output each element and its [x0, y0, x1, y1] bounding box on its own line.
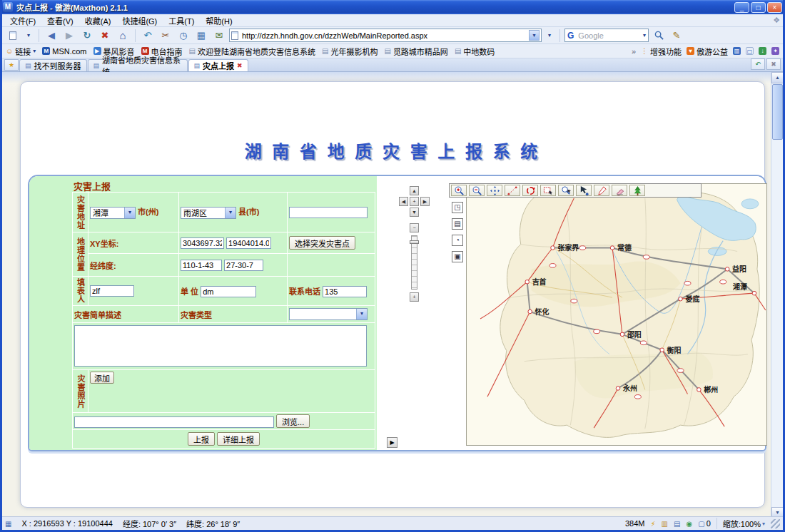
close-button[interactable]: × — [767, 2, 782, 13]
bookmark-links[interactable]: ☺链接▾ — [6, 46, 36, 57]
menu-favorites[interactable]: 收藏(A) — [80, 14, 116, 27]
x-coordinate-input[interactable] — [181, 237, 224, 249]
description-textarea[interactable] — [74, 325, 367, 367]
home-button[interactable]: ⌂ — [115, 29, 131, 43]
popup-blocker-icon[interactable]: ▢ — [698, 520, 704, 528]
go-dropdown-button[interactable]: ▾ — [544, 29, 555, 43]
bookmarks-overflow-button[interactable]: » — [632, 47, 636, 56]
detail-submit-button[interactable]: 详细上报 — [217, 432, 260, 446]
close-tab-icon[interactable]: ✖ — [237, 62, 243, 69]
latitude-input[interactable] — [224, 260, 263, 271]
maxthon-charity-button[interactable]: ♥傲游公益 — [687, 46, 728, 57]
security-shield-icon[interactable]: ◉ — [686, 520, 692, 528]
scrollbar-thumb[interactable] — [772, 84, 783, 140]
measure-distance-button[interactable] — [505, 185, 520, 196]
hunan-map[interactable]: 张家界 常德 益阳 吉首 怀化 娄底 湘潭 邵阳 衡阳 永州 — [466, 183, 767, 446]
chevron-down-icon[interactable] — [225, 208, 236, 218]
bookmark-msn[interactable]: MMSN.com — [42, 47, 86, 56]
pick-disaster-point-button[interactable]: 选择突发灾害点 — [289, 236, 355, 250]
tab-list-button[interactable]: ✖ — [766, 58, 781, 70]
mail-button[interactable]: ✉ — [211, 29, 227, 43]
legend-button[interactable]: ▤ — [452, 218, 463, 230]
reporter-input[interactable] — [90, 285, 134, 297]
minimize-button[interactable]: _ — [734, 2, 749, 13]
eraser-button[interactable] — [612, 185, 627, 196]
new-tab-button[interactable] — [5, 29, 21, 43]
scroll-up-button[interactable]: ▲ — [771, 72, 784, 83]
zoom-slider[interactable] — [411, 235, 417, 290]
zoom-in-button[interactable] — [451, 185, 467, 196]
longitude-input[interactable] — [181, 260, 222, 271]
add-photo-button[interactable]: 添加 — [90, 372, 114, 384]
y-coordinate-input[interactable] — [226, 237, 271, 249]
pan-left-button[interactable]: ◀ — [399, 197, 408, 206]
plugins-icon[interactable]: ✦ — [771, 47, 779, 55]
bookmark-city[interactable]: ▤觅路城市精品网 — [384, 46, 447, 57]
tab-server-not-found[interactable]: ▤找不到服务器 — [19, 59, 87, 71]
panels-button[interactable]: ▦ — [193, 29, 209, 43]
submit-button[interactable]: 上报 — [188, 432, 215, 446]
menu-view[interactable]: 查看(V) — [42, 14, 78, 27]
clear-map-button[interactable]: ◔ — [452, 235, 463, 246]
pan-down-button[interactable]: ▼ — [410, 208, 419, 217]
pan-up-button[interactable]: ▲ — [410, 186, 419, 195]
address-detail-input[interactable] — [289, 207, 368, 218]
forward-button[interactable]: ▶ — [61, 29, 77, 43]
identify-button[interactable] — [576, 185, 592, 196]
enhance-features-button[interactable]: ⋮增强功能 — [641, 46, 682, 57]
overview-map-button[interactable]: ◳ — [452, 202, 463, 213]
favorites-panel-button[interactable]: ★ — [4, 59, 19, 71]
back-button[interactable]: ◀ — [44, 29, 59, 43]
menu-help[interactable]: 帮助(H) — [201, 14, 237, 27]
layers-button[interactable] — [629, 185, 645, 196]
resize-grip[interactable] — [771, 519, 780, 528]
search-input[interactable] — [577, 31, 640, 41]
url-history-dropdown[interactable]: ▾ — [529, 30, 540, 41]
center-map-button[interactable]: + — [410, 197, 419, 206]
sidebar-panel-icon[interactable]: ▥ — [733, 47, 741, 55]
select-rectangle-button[interactable] — [540, 185, 556, 196]
stop-button[interactable]: ✖ — [97, 29, 113, 43]
folder-icon[interactable]: ▥ — [662, 520, 668, 528]
photo-file-input[interactable] — [74, 416, 274, 428]
undo-button[interactable]: ↶ — [140, 29, 156, 43]
zoom-out-button[interactable] — [469, 185, 485, 196]
page-scrollbar[interactable]: ▲ ▼ — [771, 72, 783, 518]
chevron-down-icon[interactable]: ▾ — [762, 521, 765, 527]
new-tab-dropdown[interactable]: ▾ — [23, 29, 34, 43]
chevron-down-icon[interactable] — [124, 208, 135, 218]
city-select[interactable]: 湘潭 — [90, 207, 136, 219]
zoom-control[interactable]: 缩放:100% ▾ — [716, 518, 765, 529]
tab-disaster-report[interactable]: ▤灾点上报✖ — [188, 59, 248, 71]
phone-input[interactable] — [323, 286, 367, 297]
maximize-button[interactable]: □ — [751, 2, 766, 13]
zoom-select-button[interactable] — [558, 185, 574, 196]
zoom-in-step-button[interactable]: + — [410, 292, 419, 302]
menu-tools[interactable]: 工具(T) — [163, 14, 199, 27]
history-button[interactable]: ◷ — [176, 29, 191, 43]
menu-file[interactable]: 文件(F) — [5, 14, 41, 27]
download-manager-icon[interactable]: ↓ — [759, 47, 766, 55]
disaster-type-select[interactable] — [289, 308, 368, 320]
collapse-form-button[interactable]: ▶ — [387, 437, 397, 448]
reopen-closed-tab-button[interactable]: ↶ — [751, 58, 765, 70]
mark-point-button[interactable] — [594, 185, 609, 196]
zoom-slider-thumb[interactable] — [410, 240, 419, 244]
bookmark-hunan-geo[interactable]: ▤欢迎登陆湖南省地质灾害信息系统 — [189, 46, 315, 57]
pan-button[interactable] — [487, 185, 502, 196]
url-input[interactable] — [240, 30, 527, 41]
highlight-button[interactable]: ✎ — [669, 29, 684, 43]
refresh-map-button[interactable] — [522, 185, 538, 196]
screen-capture-icon[interactable]: ▤ — [674, 520, 680, 528]
search-go-button[interactable] — [651, 29, 667, 43]
refresh-button[interactable]: ↻ — [79, 29, 95, 43]
new-window-icon[interactable]: ▢ — [746, 47, 754, 55]
pan-right-button[interactable]: ▶ — [420, 197, 430, 206]
browse-button[interactable]: 浏览... — [276, 414, 310, 428]
snap-button[interactable]: ✂ — [158, 29, 173, 43]
print-map-button[interactable]: ▣ — [452, 251, 463, 262]
bookmark-photo[interactable]: ▤光年摄影机构 — [322, 46, 378, 57]
menu-groups[interactable]: 快捷组(G) — [117, 14, 162, 27]
chevron-down-icon[interactable] — [356, 309, 367, 319]
bookmark-zhongdi[interactable]: ▤中地数码 — [455, 46, 495, 57]
